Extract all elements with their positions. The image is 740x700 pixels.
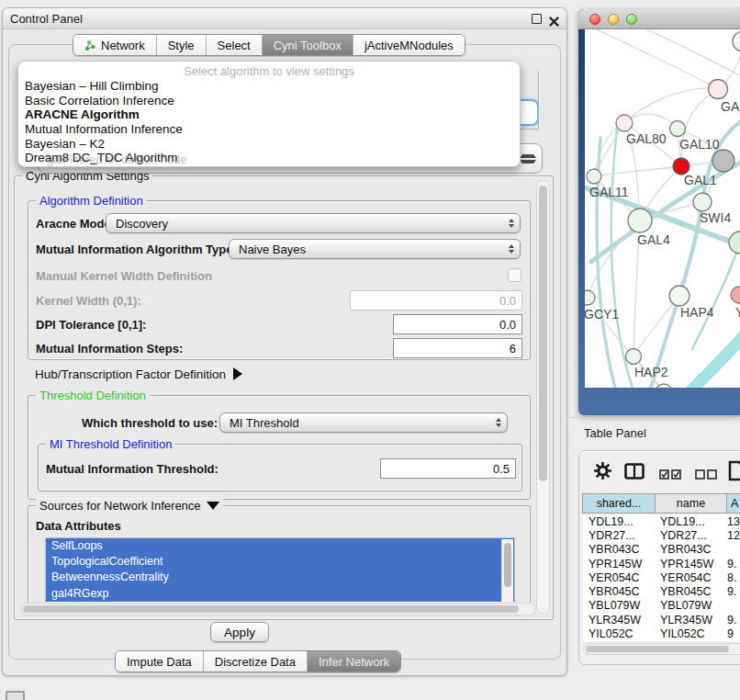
zoom-traffic-light-icon[interactable] [626,14,637,25]
column-header-shared-name[interactable]: shared... [582,493,656,514]
table-cell[interactable]: 8. [725,571,740,584]
network-node[interactable] [712,150,734,172]
table-cell[interactable]: YBL079W [583,599,655,612]
table-cell[interactable]: 9 [725,627,740,640]
network-edge[interactable] [646,29,740,77]
network-edge[interactable] [624,88,718,123]
control-panel-titlebar[interactable]: Control Panel [3,8,566,29]
inference-algorithm-combo-fragment[interactable] [520,99,539,126]
network-edge[interactable] [597,29,718,89]
tab-impute-data[interactable]: Impute Data [116,651,204,672]
minimize-traffic-light-icon[interactable] [608,14,619,25]
table-cell[interactable]: YBL079W [655,599,725,612]
float-window-icon[interactable] [532,14,542,24]
tab-cyni-toolbox[interactable]: Cyni Toolbox [263,35,353,55]
network-node[interactable] [729,231,740,254]
network-edge[interactable] [633,296,679,356]
network-edge[interactable] [594,166,681,176]
manual-kernel-checkbox[interactable] [508,268,521,282]
network-node-swi4[interactable] [693,193,712,211]
table-cell[interactable]: YDR27... [583,529,655,542]
table-cell[interactable]: 9. [725,585,740,598]
network-node-gal10[interactable] [670,121,686,137]
table-cell[interactable]: YBR043C [583,543,655,556]
algorithm-option-bayesian-k2[interactable]: Bayesian – K2 [18,137,520,152]
table-row[interactable]: YIL052CYIL052C9 [583,627,740,640]
algorithm-option-basic-correlation-inference[interactable]: Basic Correlation Inference [18,94,520,108]
network-node-hap4[interactable] [669,286,690,306]
table-row[interactable]: YDL19...YDL19...13 [583,514,740,528]
mi-algorithm-type-combo[interactable]: Naive Bayes [229,239,521,259]
table-cell[interactable]: YDL19... [583,515,655,528]
attribute-item-betweennesscentrality[interactable]: BetweennessCentrality [46,570,514,585]
scrollbar-thumb[interactable] [539,186,547,481]
tab-jactivemnodules[interactable]: jActiveMNodules [353,35,465,55]
network-node-gal[interactable] [709,80,728,99]
mi-steps-field[interactable] [393,338,522,358]
attribute-item-selfloops[interactable]: SelfLoops [46,538,514,554]
table-row[interactable]: YDR27...YDR27...12 [583,528,740,542]
hub-definition-toggle[interactable]: Hub/Transcription Factor Definition [35,367,242,381]
network-node-gal4[interactable] [628,209,652,232]
table-cell[interactable]: YIL052C [655,627,725,640]
gear-icon[interactable] [594,462,611,483]
mi-threshold-field[interactable] [380,458,516,479]
table-cell[interactable]: 9. [725,558,740,570]
table-cell[interactable]: YIL052C [583,627,655,640]
table-cell[interactable]: YBR045C [583,585,655,598]
settings-horizontal-scrollbar[interactable] [20,603,536,615]
algorithm-option-aracne-algorithm[interactable]: ARACNE Algorithm [18,107,520,122]
column-selector-icon[interactable] [624,463,645,483]
deselect-all-checkboxes-icon[interactable] [695,467,718,483]
table-row[interactable]: YLR345WYLR345W9. [583,613,740,627]
column-header-clipped[interactable]: A [726,493,740,514]
tab-select[interactable]: Select [207,35,263,55]
table-cell[interactable]: YLR345W [655,614,725,627]
expand-arrow-icon[interactable] [233,367,242,380]
table-cell[interactable]: YDR27... [655,529,725,542]
close-icon[interactable] [549,14,559,24]
aracne-mode-combo[interactable]: Discovery [106,213,521,233]
network-window-titlebar[interactable] [578,9,740,29]
sources-group-title[interactable]: Sources for Network Inference [36,499,223,513]
attribute-item-gal4rgexp[interactable]: gal4RGexp [46,586,514,602]
scrollbar-thumb[interactable] [586,646,729,652]
which-threshold-combo[interactable]: MI Threshold [219,412,508,433]
table-cell[interactable]: 12 [725,529,740,542]
table-row[interactable]: YBL079WYBL079W [583,599,740,613]
settings-vertical-scrollbar[interactable] [536,180,550,614]
attributes-scrollbar[interactable] [501,539,513,604]
scrollbar-thumb[interactable] [504,543,511,587]
tab-network[interactable]: Network [73,35,157,55]
column-header-name[interactable]: name [655,493,727,514]
table-cell[interactable]: YDL19... [655,515,725,528]
network-canvas[interactable]: GALGAL80GAL10GAL1GAL11SWI4GAL4GCY1HAP4YH… [585,29,740,388]
scrollbar-thumb[interactable] [23,605,519,613]
network-node-hap2[interactable] [626,349,642,365]
table-horizontal-scrollbar[interactable] [583,643,740,655]
table-cell[interactable]: YBR045C [655,585,725,598]
network-node-gal80[interactable] [616,115,633,131]
table-cell[interactable]: YPR145W [655,558,725,570]
dpi-tolerance-field[interactable] [393,314,522,334]
table-cell[interactable]: YER054C [655,571,725,584]
kernel-width-field[interactable] [350,290,522,310]
select-all-checkboxes-icon[interactable] [659,467,682,483]
network-edge[interactable] [681,336,740,388]
table-cell[interactable]: YER054C [583,571,655,584]
close-traffic-light-icon[interactable] [589,14,600,25]
algorithm-option-mutual-information-inference[interactable]: Mutual Information Inference [18,122,520,137]
table-cell[interactable]: 9. [725,614,740,627]
table-cell[interactable]: YLR345W [583,614,655,627]
attribute-item-topologicalcoefficient[interactable]: TopologicalCoefficient [46,554,514,570]
collapse-arrow-icon[interactable] [207,502,219,510]
apply-button[interactable]: Apply [210,622,269,642]
table-row[interactable]: YBR043CYBR043C [583,543,740,557]
table-cell[interactable]: YPR145W [583,558,655,570]
network-node-y[interactable] [731,287,740,303]
table-row[interactable]: YBR045CYBR045C9. [583,584,740,598]
network-graph[interactable]: GALGAL80GAL10GAL1GAL11SWI4GAL4GCY1HAP4YH… [585,29,740,388]
tab-infer-network[interactable]: Infer Network [308,651,400,672]
network-node[interactable] [733,31,740,51]
tab-discretize-data[interactable]: Discretize Data [204,651,308,672]
